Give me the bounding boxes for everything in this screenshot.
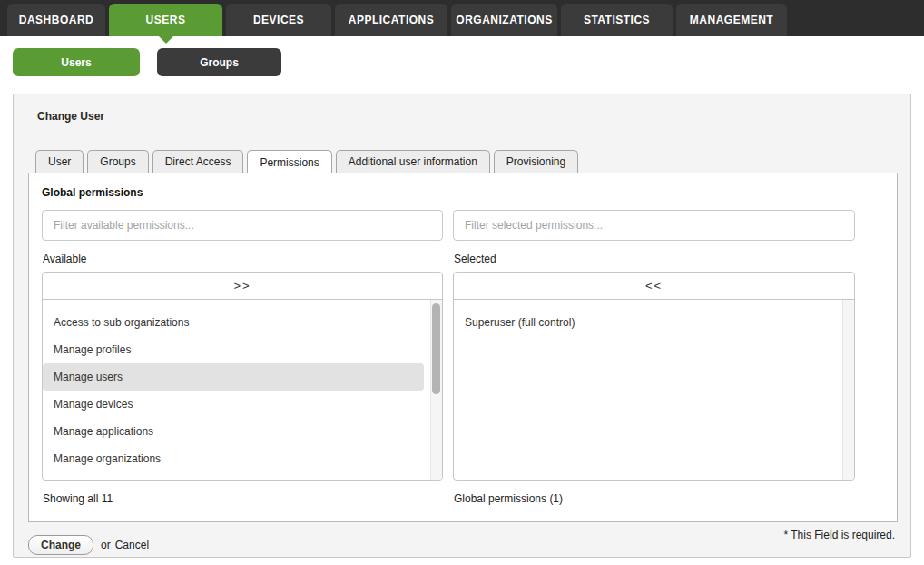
nav-tab-management[interactable]: MANAGEMENT [676,4,787,36]
top-navigation-tabs: DASHBOARD USERS DEVICES APPLICATIONS ORG… [0,0,924,36]
tab-provisioning[interactable]: Provisioning [494,150,578,173]
tab-permissions[interactable]: Permissions [247,150,331,173]
subnav-users-button[interactable]: Users [13,48,140,76]
available-list: Access to sub organizations Manage profi… [43,300,442,480]
selected-list: Superuser (full control) [454,300,854,480]
sub-navigation: Users Groups [0,36,924,76]
filter-available-input[interactable] [42,210,443,241]
list-item[interactable]: Manage profiles [43,336,442,363]
selected-chooser: << Superuser (full control) [453,272,855,481]
available-chooser: >> Access to sub organizations Manage pr… [42,272,443,481]
change-button[interactable]: Change [28,535,93,555]
panel-title: Change User [14,94,910,123]
selected-scrollbar-track[interactable] [842,300,854,480]
permissions-tab-content: Global permissions Available >> Access t… [28,173,898,522]
available-label: Available [43,253,443,265]
nav-tab-users[interactable]: USERS [109,4,222,36]
form-actions: Change or Cancel [28,535,149,555]
selected-label: Selected [454,253,855,265]
subnav-groups-button[interactable]: Groups [157,48,281,76]
top-navigation-bar: DASHBOARD USERS DEVICES APPLICATIONS ORG… [0,0,924,36]
remove-all-button[interactable]: << [454,273,854,300]
tab-additional-user-information[interactable]: Additional user information [336,150,490,173]
tab-direct-access[interactable]: Direct Access [152,150,244,173]
panel-title-divider [28,134,896,134]
list-item-selected[interactable]: Manage users [43,363,424,391]
form-tab-bar: User Groups Direct Access Permissions Ad… [14,150,910,173]
list-item[interactable]: Manage devices [43,391,442,418]
nav-tab-devices[interactable]: DEVICES [226,4,331,36]
list-item[interactable]: Manage organizations [43,445,442,472]
tab-user[interactable]: User [35,150,84,173]
required-field-note: * This Field is required. [784,529,896,541]
tab-groups[interactable]: Groups [87,150,148,173]
selected-count-text: Global permissions (1) [454,492,855,505]
list-item[interactable]: Superuser (full control) [454,309,854,336]
nav-tab-dashboard[interactable]: DASHBOARD [7,4,105,36]
available-column: Available >> Access to sub organizations… [42,210,443,505]
filter-selected-input[interactable] [453,210,855,241]
nav-tab-applications[interactable]: APPLICATIONS [335,4,447,36]
available-scrollbar-thumb[interactable] [432,303,440,394]
cancel-link[interactable]: Cancel [115,539,149,551]
list-item[interactable]: Manage applications [43,418,442,445]
or-text: or [101,539,111,551]
choose-all-button[interactable]: >> [43,273,442,300]
available-scrollbar-track[interactable] [430,300,442,480]
available-count-text: Showing all 11 [43,492,443,505]
panel-footer: * This Field is required. Change or Canc… [14,522,910,564]
change-user-panel: Change User User Groups Direct Access Pe… [13,94,911,558]
global-permissions-heading: Global permissions [42,186,884,199]
list-item[interactable]: Access to sub organizations [43,309,442,336]
nav-tab-statistics[interactable]: STATISTICS [561,4,673,36]
selected-column: Selected << Superuser (full control) Glo… [453,210,855,505]
permissions-columns: Available >> Access to sub organizations… [42,210,884,505]
nav-tab-organizations[interactable]: ORGANIZATIONS [451,4,557,36]
